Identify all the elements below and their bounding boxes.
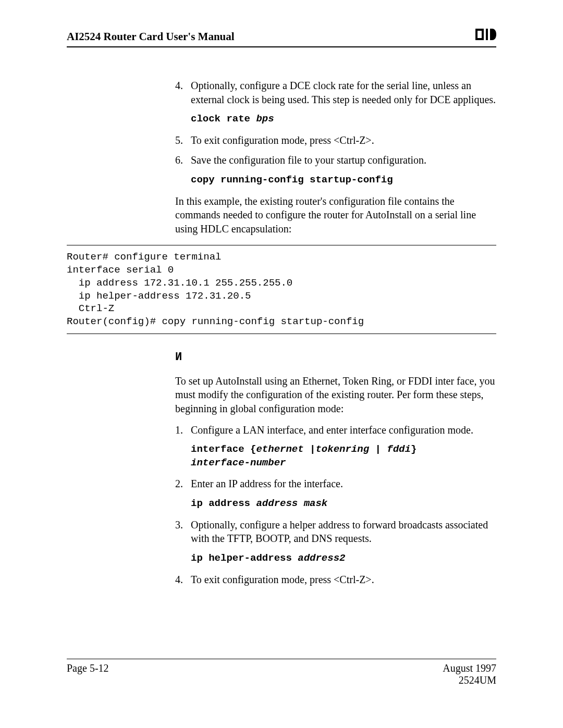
list-text: Configure a LAN interface, and enter int… [191,423,496,437]
footer-page-number: Page 5-12 [67,662,109,674]
command-arg: bps [256,113,274,125]
list-number: 2. [175,477,191,491]
command-arg: address2 [298,552,345,564]
divider [67,334,496,334]
command-fixed: copy running-config startup-config [191,174,393,186]
footer-right: August 1997 2524UM [443,662,496,686]
command-line: interface {ethernet |tokenring | fddi}in… [191,443,496,470]
command-line: copy running-config startup-config [191,174,496,187]
list-item: 1. Configure a LAN interface, and enter … [175,423,496,437]
code-block: Router# configure terminal interface ser… [67,245,496,333]
section-marker-icon: И [175,350,496,365]
list-text: To exit configuration mode, press <Ctrl-… [191,573,496,587]
page-footer: Page 5-12 August 1997 2524UM [67,659,496,686]
code-example: Router# configure terminal interface ser… [67,245,496,334]
list-text: Enter an IP address for the interface. [191,477,496,491]
page: AI2524 Router Card User's Manual 4. Opti… [0,0,563,728]
command-arg: ethernet [256,443,310,455]
command-fixed: | [375,443,387,455]
list-item: 4. To exit configuration mode, press <Ct… [175,573,496,587]
command-line: ip helper-address address2 [191,552,496,565]
command-fixed: | [310,443,315,455]
list-item: 5. To exit configuration mode, press <Ct… [175,133,496,147]
page-header: AI2524 Router Card User's Manual [67,29,496,47]
command-line: ip address address mask [191,497,496,511]
command-fixed: interface { [191,443,256,455]
page-body-continued: И To set up AutoInstall using an Etherne… [175,350,496,587]
command-arg: tokenring [315,443,375,455]
footer-docid: 2524UM [443,674,496,686]
list-item: 3. Optionally, configure a helper addres… [175,518,496,546]
paragraph: In this example, the existing router's c… [175,194,496,236]
command-fixed: ip helper-address [191,552,298,564]
command-arg: address mask [256,498,327,509]
header-title: AI2524 Router Card User's Manual [67,30,235,43]
list-text: Optionally, configure a DCE clock rate f… [191,79,496,106]
command-fixed: } [411,443,417,455]
command-arg: interface-number [191,457,286,468]
footer-date: August 1997 [443,662,496,674]
command-arg: fddi [387,443,411,455]
svg-rect-1 [478,31,482,38]
list-number: 1. [175,423,191,437]
list-number: 4. [175,573,191,587]
list-number: 6. [175,153,191,167]
list-text: Save the configuration file to your star… [191,153,496,167]
svg-rect-2 [486,29,488,40]
command-line: clock rate bps [191,113,496,126]
list-text: Optionally, configure a helper address t… [191,518,496,546]
paragraph: To set up AutoInstall using an Ethernet,… [175,374,496,416]
list-text: To exit configuration mode, press <Ctrl-… [191,133,496,147]
page-body: 4. Optionally, configure a DCE clock rat… [175,79,496,236]
list-number: 5. [175,133,191,147]
command-fixed: clock rate [191,113,256,125]
brand-logo-icon [475,29,496,40]
list-number: 3. [175,518,191,546]
list-item: 6. Save the configuration file to your s… [175,153,496,167]
list-item: 4. Optionally, configure a DCE clock rat… [175,79,496,106]
command-fixed: ip address [191,498,256,509]
list-number: 4. [175,79,191,106]
list-item: 2. Enter an IP address for the interface… [175,477,496,491]
